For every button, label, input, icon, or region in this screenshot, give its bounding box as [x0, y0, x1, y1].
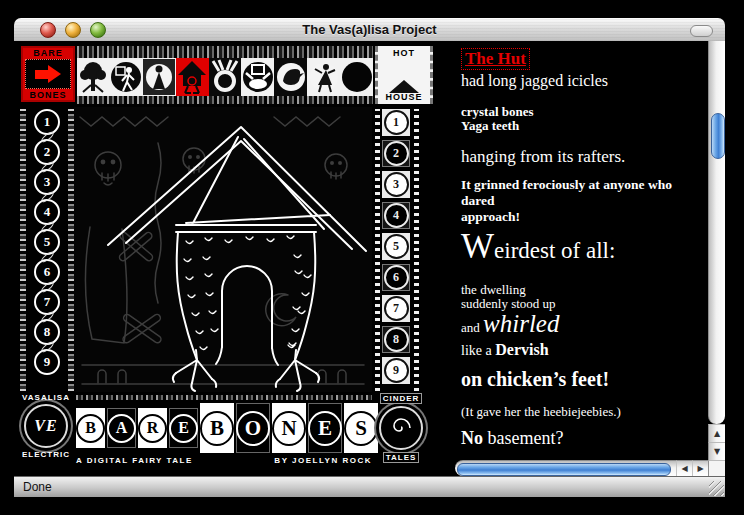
tale-5-link[interactable]: 5 [382, 233, 410, 260]
filmstrip-sprocket-icon [414, 109, 419, 391]
walking-figure-icon [110, 59, 142, 95]
up-arrow-icon: ▲ [714, 429, 720, 438]
chapter-1-link[interactable]: 1 [34, 109, 60, 135]
chapter-4-link[interactable]: 4 [34, 199, 60, 225]
vertical-scroll-track[interactable] [708, 41, 725, 424]
standing-figure-icon [143, 59, 175, 95]
nav-tile-hands-gift[interactable] [241, 58, 274, 96]
red-arrow-box [25, 59, 71, 89]
filmstrip-sprocket-icon [375, 109, 380, 391]
window-titlebar[interactable]: The Vas(a)lisa Project [14, 18, 725, 42]
story-line: No basement? [461, 428, 708, 449]
scroll-left-button[interactable]: ◀ [676, 460, 692, 476]
bird-icon [275, 59, 307, 95]
hands-gift-icon [242, 59, 274, 95]
scroll-down-button[interactable]: ▼ [708, 442, 725, 460]
chapter-3-link[interactable]: 3 [34, 169, 60, 195]
nav-tile-walking-figure[interactable] [110, 58, 143, 96]
horizontal-scroll-track[interactable] [455, 460, 676, 476]
nav-tile-standing-figure[interactable] [143, 58, 176, 96]
vertical-scrollbar[interactable]: ▲ ▼ [708, 41, 725, 476]
tales-label: TALES [383, 452, 420, 463]
story-line: the dwelling [461, 283, 708, 297]
nav-tile-black-moon[interactable] [340, 58, 373, 96]
chapter-icon-strip [77, 46, 373, 104]
banner-letter-tile[interactable]: E [308, 403, 342, 453]
banner-letter-tile[interactable]: N [272, 403, 306, 453]
tale-4-link[interactable]: 4 [382, 202, 410, 229]
scroll-right-button[interactable]: ▶ [692, 460, 708, 476]
nav-tile-tree[interactable] [77, 58, 110, 96]
nav-tile-hut-on-legs[interactable] [176, 58, 209, 96]
chapter-8-link[interactable]: 8 [34, 319, 60, 345]
vertical-scroll-thumb[interactable] [711, 113, 725, 159]
navigation-frame: BARE BONES [14, 41, 455, 476]
checker-border-banner [76, 395, 372, 400]
chapter-9-link[interactable]: 9 [34, 349, 60, 375]
story-line: on chicken’s feet! [461, 368, 708, 391]
up-arrow-house-icon [378, 70, 430, 80]
toolbar-toggle-button[interactable] [690, 25, 713, 37]
dancer-icon [308, 59, 340, 95]
story-line: and whirled [461, 311, 708, 341]
story-frame: The Hut had long jagged icicles crystal … [455, 41, 708, 460]
status-text: Done [23, 480, 52, 494]
nav-tile-bird[interactable] [274, 58, 307, 96]
screenshot-stage: The Vas(a)lisa Project BARE BONES [0, 0, 744, 515]
banner-letter-tile[interactable]: R [138, 408, 167, 448]
banner-byline: BY JOELLYN ROCK [274, 456, 372, 465]
chapter-6-link[interactable]: 6 [34, 259, 60, 285]
nav-tile-hands-ring[interactable] [209, 58, 242, 96]
horizontal-scrollbar[interactable]: ◀ ▶ [455, 460, 708, 476]
story-line: It grinned ferociously at anyone who dar… [461, 177, 708, 225]
chapter-5-link[interactable]: 5 [34, 229, 60, 255]
resize-grip[interactable] [709, 481, 724, 496]
banner-letter-tile[interactable]: O [236, 403, 270, 453]
bare-bones-home-tile[interactable]: BARE BONES [21, 46, 75, 102]
story-line: had long jagged icicles [461, 72, 708, 90]
cinder-tales-logo[interactable]: CINDER TALES [373, 393, 429, 463]
baba-yaga-hut-illustration[interactable] [74, 107, 372, 392]
story-line: crystal bonesYaga teeth [461, 105, 708, 133]
tale-8-link[interactable]: 8 [382, 326, 410, 353]
chapter-7-link[interactable]: 7 [34, 289, 60, 315]
vasalisa-electric-logo[interactable]: VASALISA VE ELECTRIC [18, 393, 74, 459]
tale-9-link[interactable]: 9 [382, 357, 410, 384]
banner-letter-tile[interactable]: E [169, 408, 198, 448]
story-heading: Weirdest of all: [461, 235, 708, 264]
tree-icon [78, 59, 108, 95]
the-hut-link[interactable]: The Hut [461, 48, 530, 70]
hot-house-tile[interactable]: HOT HOUSE [375, 46, 433, 104]
tale-6-link[interactable]: 6 [382, 264, 410, 291]
black-moon-icon [341, 59, 373, 95]
barebones-banner: B A R E B O N E S A DIGITAL FAIRY TALE B… [76, 395, 372, 465]
horizontal-scroll-thumb[interactable] [457, 463, 671, 476]
banner-letter-tile[interactable]: A [107, 408, 136, 448]
chapter-2-link[interactable]: 2 [34, 139, 60, 165]
status-bar: Done [14, 476, 725, 497]
tale-1-link[interactable]: 1 [382, 109, 410, 136]
banner-tagline: A DIGITAL FAIRY TALE [76, 456, 193, 465]
story-line: (It gave her the heebiejeebies.) [461, 404, 708, 420]
hut-on-legs-icon [176, 59, 208, 95]
chain-border-icon [20, 109, 26, 391]
electric-label: ELECTRIC [22, 450, 70, 459]
left-arrow-icon: ◀ [681, 464, 687, 473]
tale-2-link[interactable]: 2 [382, 140, 410, 167]
scrollbar-corner [708, 460, 725, 476]
browser-content: BARE BONES [14, 41, 725, 476]
nav-tile-dancer[interactable] [307, 58, 340, 96]
checker-border-top [77, 46, 373, 58]
bones-label: BONES [21, 90, 75, 100]
hands-ring-icon [209, 59, 241, 95]
down-arrow-icon: ▼ [714, 447, 720, 456]
scroll-up-button[interactable]: ▲ [708, 424, 725, 442]
ve-monogram-icon: VE [24, 404, 68, 448]
checker-border-bottom [77, 96, 373, 104]
banner-letter-tile[interactable]: B [76, 408, 105, 448]
window-title: The Vas(a)lisa Project [14, 22, 725, 37]
tale-7-link[interactable]: 7 [382, 295, 410, 322]
cinder-label: CINDER [380, 393, 423, 404]
banner-letter-tile[interactable]: B [200, 403, 234, 453]
tale-3-link[interactable]: 3 [382, 171, 410, 198]
